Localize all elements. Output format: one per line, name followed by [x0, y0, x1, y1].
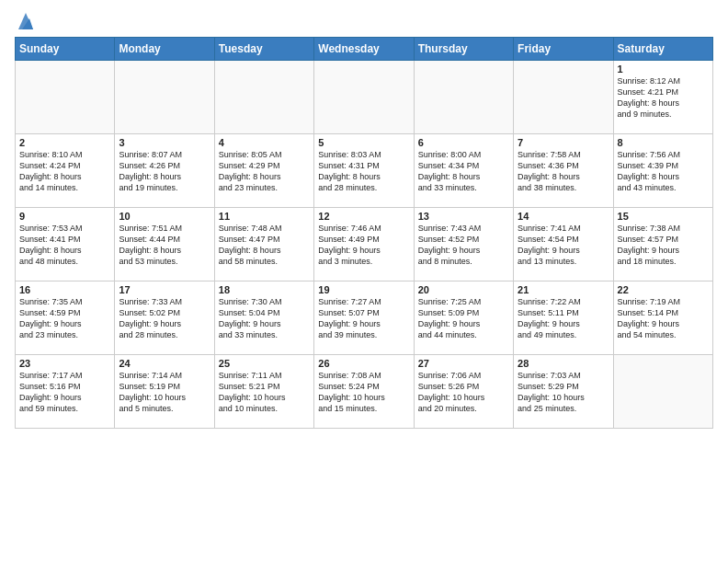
day-number: 1 — [618, 63, 709, 75]
day-number: 7 — [518, 137, 609, 148]
day-number: 22 — [618, 284, 709, 295]
day-number: 11 — [219, 211, 310, 222]
calendar-cell: 10Sunrise: 7:51 AM Sunset: 4:44 PM Dayli… — [115, 208, 214, 282]
day-info: Sunrise: 7:27 AM Sunset: 5:07 PM Dayligh… — [318, 296, 409, 341]
logo — [15, 11, 35, 31]
calendar-cell: 5Sunrise: 8:03 AM Sunset: 4:31 PM Daylig… — [314, 134, 414, 208]
day-number: 3 — [119, 137, 210, 148]
calendar-cell: 12Sunrise: 7:46 AM Sunset: 4:49 PM Dayli… — [314, 208, 414, 282]
calendar-cell: 11Sunrise: 7:48 AM Sunset: 4:47 PM Dayli… — [214, 208, 313, 282]
calendar-cell: 25Sunrise: 7:11 AM Sunset: 5:21 PM Dayli… — [214, 355, 313, 429]
day-number: 18 — [219, 284, 310, 295]
calendar-cell: 4Sunrise: 8:05 AM Sunset: 4:29 PM Daylig… — [214, 134, 313, 208]
day-number: 13 — [418, 211, 509, 222]
day-number: 21 — [518, 284, 609, 295]
calendar-week-row: 2Sunrise: 8:10 AM Sunset: 4:24 PM Daylig… — [16, 134, 713, 208]
calendar-week-row: 9Sunrise: 7:53 AM Sunset: 4:41 PM Daylig… — [16, 208, 713, 282]
calendar-cell: 23Sunrise: 7:17 AM Sunset: 5:16 PM Dayli… — [16, 355, 115, 429]
calendar-cell: 3Sunrise: 8:07 AM Sunset: 4:26 PM Daylig… — [115, 134, 214, 208]
calendar-cell — [613, 355, 712, 429]
calendar-table: SundayMondayTuesdayWednesdayThursdayFrid… — [15, 37, 713, 429]
day-info: Sunrise: 7:43 AM Sunset: 4:52 PM Dayligh… — [418, 223, 509, 268]
calendar-week-row: 23Sunrise: 7:17 AM Sunset: 5:16 PM Dayli… — [16, 355, 713, 429]
day-number: 9 — [19, 211, 110, 222]
day-info: Sunrise: 7:11 AM Sunset: 5:21 PM Dayligh… — [219, 370, 310, 415]
calendar-cell: 9Sunrise: 7:53 AM Sunset: 4:41 PM Daylig… — [16, 208, 115, 282]
day-number: 14 — [518, 211, 609, 222]
day-info: Sunrise: 8:10 AM Sunset: 4:24 PM Dayligh… — [19, 149, 110, 194]
calendar-cell — [115, 61, 214, 134]
day-info: Sunrise: 7:03 AM Sunset: 5:29 PM Dayligh… — [518, 370, 609, 415]
calendar-cell: 21Sunrise: 7:22 AM Sunset: 5:11 PM Dayli… — [514, 282, 613, 355]
day-number: 12 — [318, 211, 409, 222]
calendar-cell: 8Sunrise: 7:56 AM Sunset: 4:39 PM Daylig… — [613, 134, 712, 208]
day-info: Sunrise: 7:58 AM Sunset: 4:36 PM Dayligh… — [518, 149, 609, 194]
calendar-cell: 15Sunrise: 7:38 AM Sunset: 4:57 PM Dayli… — [613, 208, 712, 282]
calendar-cell: 13Sunrise: 7:43 AM Sunset: 4:52 PM Dayli… — [414, 208, 513, 282]
day-info: Sunrise: 8:03 AM Sunset: 4:31 PM Dayligh… — [318, 149, 409, 194]
day-number: 27 — [418, 358, 509, 369]
calendar-weekday-sunday: Sunday — [16, 38, 115, 61]
day-info: Sunrise: 7:56 AM Sunset: 4:39 PM Dayligh… — [618, 149, 709, 194]
day-number: 16 — [19, 284, 110, 295]
calendar-cell: 2Sunrise: 8:10 AM Sunset: 4:24 PM Daylig… — [16, 134, 115, 208]
calendar-cell — [16, 61, 115, 134]
day-number: 20 — [418, 284, 509, 295]
day-info: Sunrise: 7:38 AM Sunset: 4:57 PM Dayligh… — [618, 223, 709, 268]
day-number: 26 — [318, 358, 409, 369]
calendar-cell — [314, 61, 414, 134]
day-info: Sunrise: 7:08 AM Sunset: 5:24 PM Dayligh… — [318, 370, 409, 415]
day-number: 8 — [618, 137, 709, 148]
day-info: Sunrise: 7:48 AM Sunset: 4:47 PM Dayligh… — [219, 223, 310, 268]
calendar-week-row: 16Sunrise: 7:35 AM Sunset: 4:59 PM Dayli… — [16, 282, 713, 355]
calendar-cell: 28Sunrise: 7:03 AM Sunset: 5:29 PM Dayli… — [514, 355, 613, 429]
calendar-cell: 7Sunrise: 7:58 AM Sunset: 4:36 PM Daylig… — [514, 134, 613, 208]
day-number: 10 — [119, 211, 210, 222]
day-number: 2 — [19, 137, 110, 148]
calendar-weekday-saturday: Saturday — [613, 38, 712, 61]
day-number: 24 — [119, 358, 210, 369]
day-number: 5 — [318, 137, 409, 148]
calendar-weekday-friday: Friday — [514, 38, 613, 61]
calendar-cell: 19Sunrise: 7:27 AM Sunset: 5:07 PM Dayli… — [314, 282, 414, 355]
day-number: 25 — [219, 358, 310, 369]
calendar-weekday-wednesday: Wednesday — [314, 38, 414, 61]
day-info: Sunrise: 7:30 AM Sunset: 5:04 PM Dayligh… — [219, 296, 310, 341]
day-number: 23 — [19, 358, 110, 369]
calendar-cell — [214, 61, 313, 134]
day-number: 17 — [119, 284, 210, 295]
calendar-cell: 20Sunrise: 7:25 AM Sunset: 5:09 PM Dayli… — [414, 282, 513, 355]
calendar-cell: 1Sunrise: 8:12 AM Sunset: 4:21 PM Daylig… — [613, 61, 712, 134]
day-number: 4 — [219, 137, 310, 148]
day-info: Sunrise: 7:53 AM Sunset: 4:41 PM Dayligh… — [19, 223, 110, 268]
day-number: 15 — [618, 211, 709, 222]
header — [15, 11, 713, 31]
calendar-weekday-monday: Monday — [115, 38, 214, 61]
day-info: Sunrise: 8:07 AM Sunset: 4:26 PM Dayligh… — [119, 149, 210, 194]
calendar-cell: 26Sunrise: 7:08 AM Sunset: 5:24 PM Dayli… — [314, 355, 414, 429]
calendar-cell: 6Sunrise: 8:00 AM Sunset: 4:34 PM Daylig… — [414, 134, 513, 208]
calendar-cell: 24Sunrise: 7:14 AM Sunset: 5:19 PM Dayli… — [115, 355, 214, 429]
calendar-weekday-thursday: Thursday — [414, 38, 513, 61]
day-info: Sunrise: 7:17 AM Sunset: 5:16 PM Dayligh… — [19, 370, 110, 415]
day-info: Sunrise: 7:22 AM Sunset: 5:11 PM Dayligh… — [518, 296, 609, 341]
day-info: Sunrise: 7:46 AM Sunset: 4:49 PM Dayligh… — [318, 223, 409, 268]
calendar-weekday-tuesday: Tuesday — [214, 38, 313, 61]
day-info: Sunrise: 7:35 AM Sunset: 4:59 PM Dayligh… — [19, 296, 110, 341]
day-info: Sunrise: 7:51 AM Sunset: 4:44 PM Dayligh… — [119, 223, 210, 268]
calendar-cell: 16Sunrise: 7:35 AM Sunset: 4:59 PM Dayli… — [16, 282, 115, 355]
calendar-header-row: SundayMondayTuesdayWednesdayThursdayFrid… — [16, 38, 713, 61]
logo-icon — [17, 11, 35, 31]
day-info: Sunrise: 7:25 AM Sunset: 5:09 PM Dayligh… — [418, 296, 509, 341]
day-info: Sunrise: 7:06 AM Sunset: 5:26 PM Dayligh… — [418, 370, 509, 415]
day-info: Sunrise: 7:14 AM Sunset: 5:19 PM Dayligh… — [119, 370, 210, 415]
day-number: 19 — [318, 284, 409, 295]
day-info: Sunrise: 8:12 AM Sunset: 4:21 PM Dayligh… — [618, 75, 709, 121]
day-number: 6 — [418, 137, 509, 148]
day-info: Sunrise: 7:41 AM Sunset: 4:54 PM Dayligh… — [518, 223, 609, 268]
day-info: Sunrise: 8:00 AM Sunset: 4:34 PM Dayligh… — [418, 149, 509, 194]
calendar-cell — [414, 61, 513, 134]
calendar-cell — [514, 61, 613, 134]
calendar-cell: 18Sunrise: 7:30 AM Sunset: 5:04 PM Dayli… — [214, 282, 313, 355]
day-info: Sunrise: 8:05 AM Sunset: 4:29 PM Dayligh… — [219, 149, 310, 194]
